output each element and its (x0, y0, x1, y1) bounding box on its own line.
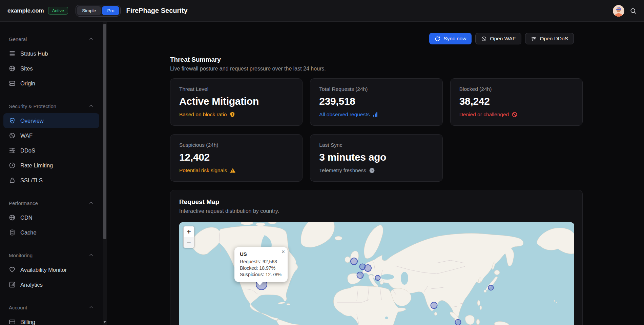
lock-icon (9, 177, 16, 184)
heart-icon (9, 266, 16, 273)
card-last-sync: Last Sync 3 minutes ago Telemetry freshn… (310, 134, 442, 182)
card-label: Blocked (24h) (459, 86, 574, 92)
scrollbar-thumb[interactable] (103, 24, 106, 239)
sidebar-item-label: Billing (20, 319, 35, 325)
request-map-title: Request Map (179, 198, 574, 206)
avatar[interactable] (613, 5, 624, 17)
card-label: Total Requests (24h) (319, 86, 433, 92)
sidebar-item-availability-monitor[interactable]: Availability Monitor (3, 262, 99, 277)
zoom-out-button[interactable]: − (184, 237, 194, 248)
world-map[interactable]: + − × US Requests: 92,563 Blocked: 18.97… (179, 222, 574, 325)
card-label: Suspicious (24h) (179, 142, 293, 148)
domain-name: example.com (7, 7, 44, 14)
sidebar-item-label: Status Hub (20, 50, 48, 57)
chevron-up-icon[interactable] (88, 305, 94, 310)
bar-chart-icon (9, 281, 16, 288)
nav-section-general: General Status Hub Sites Origin (0, 35, 103, 91)
scrollbar[interactable] (103, 22, 107, 325)
sidebar-item-analytics[interactable]: Analytics (3, 277, 99, 292)
sidebar-item-ddos[interactable]: DDoS (3, 143, 99, 158)
map-marker[interactable] (431, 302, 437, 309)
card-footnote: Potential risk signals (179, 167, 227, 174)
open-ddos-label: Open DDoS (540, 36, 568, 42)
toggle-pro[interactable]: Pro (102, 6, 119, 15)
page-title: FirePhage Security (126, 7, 187, 15)
card-value: 239,518 (319, 96, 433, 107)
map-marker[interactable] (489, 285, 494, 290)
card-value: 3 minutes ago (319, 151, 433, 163)
nav-header-label: Performance (9, 200, 38, 206)
card-value: Active Mitigation (179, 96, 293, 107)
nav-header-label: General (9, 36, 27, 42)
stat-cards: Threat Level Active Mitigation Based on … (170, 78, 583, 182)
open-ddos-button[interactable]: Open DDoS (525, 33, 574, 44)
threat-summary-title: Threat Summary (170, 56, 583, 63)
nav-header-label: Security & Protection (9, 103, 56, 109)
sidebar-item-overview[interactable]: Overview (3, 113, 99, 128)
main-content: Sync now Open WAF Open DDoS Threat Summa… (107, 22, 644, 325)
chevron-up-icon[interactable] (88, 200, 94, 206)
topbar: example.com Active Simple Pro FirePhage … (0, 0, 644, 22)
chevron-up-icon[interactable] (88, 252, 94, 258)
chevron-up-icon[interactable] (88, 36, 94, 42)
sidebar-item-cdn[interactable]: CDN (3, 210, 99, 225)
nav-header-account: Account (0, 304, 103, 311)
popup-country: US (240, 251, 283, 257)
sidebar-item-label: SSL/TLS (20, 177, 43, 184)
open-waf-button[interactable]: Open WAF (475, 33, 521, 44)
popup-tail (257, 282, 263, 285)
zoom-in-button[interactable]: + (184, 226, 194, 237)
card-value: 38,242 (459, 96, 574, 107)
sidebar-item-label: WAF (20, 133, 33, 139)
sidebar-item-ssl-tls[interactable]: SSL/TLS (3, 173, 99, 188)
request-map-subtitle: Interactive request distribution by coun… (179, 208, 574, 214)
map-zoom-control: + − (183, 226, 194, 248)
card-value: 12,402 (179, 151, 293, 163)
map-marker[interactable] (357, 272, 363, 279)
sidebar-item-origin[interactable]: Origin (3, 76, 99, 91)
card-label: Last Sync (319, 142, 433, 148)
clock-icon (9, 162, 16, 169)
sidebar-item-label: Overview (20, 118, 44, 124)
sidebar-item-rate-limiting[interactable]: Rate Limiting (3, 158, 99, 173)
map-marker[interactable] (365, 265, 371, 271)
sliders-icon (9, 147, 16, 154)
search-icon[interactable] (630, 7, 637, 14)
sidebar-item-sites[interactable]: Sites (3, 61, 99, 76)
map-marker[interactable] (351, 258, 357, 265)
sidebar-item-status-hub[interactable]: Status Hub (3, 46, 99, 61)
chevron-up-icon[interactable] (88, 103, 94, 109)
card-footnote: Based on block ratio (179, 111, 227, 118)
sliders-icon (531, 36, 537, 42)
shield-alert-icon (229, 111, 235, 118)
nav-section-monitoring: Monitoring Availability Monitor Analytic… (0, 251, 103, 292)
nav-header-security: Security & Protection (0, 102, 103, 110)
sidebar-item-waf[interactable]: WAF (3, 128, 99, 143)
shield-check-icon (9, 117, 16, 124)
sync-now-button[interactable]: Sync now (429, 33, 472, 44)
card-threat-level: Threat Level Active Mitigation Based on … (170, 78, 303, 126)
globe-icon (9, 65, 16, 72)
sidebar-item-label: Analytics (20, 282, 43, 288)
credit-card-icon (9, 319, 16, 325)
card-blocked: Blocked (24h) 38,242 Denied or challenge… (450, 78, 583, 126)
sidebar-item-label: Cache (20, 229, 37, 236)
ban-icon (481, 36, 487, 42)
nav-header-label: Account (9, 305, 27, 310)
card-label: Threat Level (179, 86, 293, 92)
map-marker[interactable] (455, 320, 461, 325)
nav-section-account: Account Billing (0, 304, 103, 325)
sidebar-item-label: DDoS (20, 147, 35, 154)
actions-row: Sync now Open WAF Open DDoS (170, 33, 583, 44)
server-icon (9, 80, 16, 87)
sidebar-item-cache[interactable]: Cache (3, 225, 99, 240)
status-badge: Active (48, 7, 68, 15)
toggle-simple[interactable]: Simple (77, 6, 101, 15)
map-marker[interactable] (375, 276, 380, 281)
stack-icon (9, 50, 16, 57)
scrollbar-down-arrow[interactable] (103, 321, 106, 323)
popup-close-icon[interactable]: × (282, 248, 285, 255)
card-suspicious: Suspicious (24h) 12,402 Potential risk s… (170, 134, 303, 182)
sidebar-item-label: Origin (20, 80, 35, 87)
sidebar-item-billing[interactable]: Billing (3, 314, 99, 325)
